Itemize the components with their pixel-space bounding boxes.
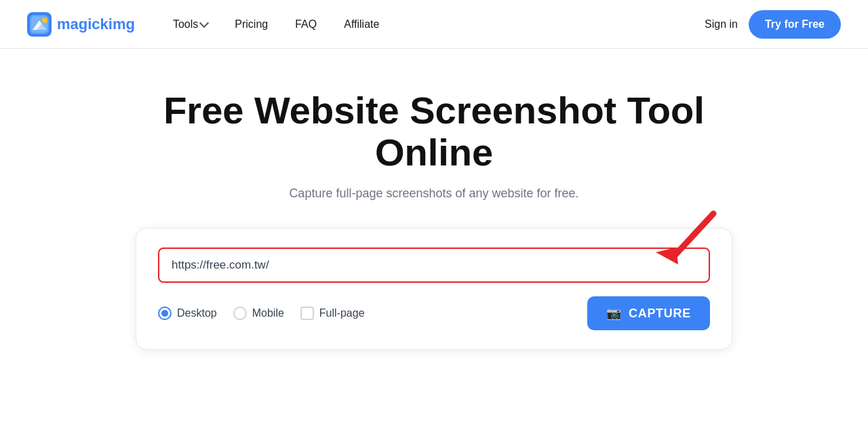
pricing-label: Pricing — [235, 18, 268, 31]
checkbox-fullpage[interactable]: Full-page — [300, 307, 365, 320]
radio-mobile[interactable]: Mobile — [233, 307, 284, 320]
options-capture-row: Desktop Mobile Full-page 📷 CAPTURE — [158, 296, 710, 330]
url-input[interactable] — [158, 248, 710, 283]
svg-point-5 — [42, 18, 47, 23]
radio-mobile-label: Mobile — [252, 307, 284, 319]
capture-label: CAPTURE — [629, 307, 691, 321]
logo[interactable]: magickimg — [27, 12, 135, 37]
sign-in-button[interactable]: Sign in — [705, 18, 738, 31]
radio-desktop-label: Desktop — [177, 307, 217, 319]
tool-card: Desktop Mobile Full-page 📷 CAPTURE — [136, 228, 732, 350]
url-row — [158, 248, 710, 283]
fullpage-checkbox — [300, 307, 314, 320]
main-content: Free Website Screenshot Tool Online Capt… — [0, 49, 868, 377]
main-nav: Tools Pricing FAQ Affiliate — [162, 13, 705, 36]
header-actions: Sign in Try for Free — [705, 10, 841, 39]
fullpage-label: Full-page — [319, 307, 365, 319]
logo-text: magickimg — [57, 16, 135, 33]
try-free-button[interactable]: Try for Free — [749, 10, 841, 39]
camera-icon: 📷 — [606, 306, 622, 321]
radio-mobile-circle — [233, 307, 247, 320]
nav-tools[interactable]: Tools — [162, 13, 218, 36]
capture-button[interactable]: 📷 CAPTURE — [587, 296, 710, 330]
nav-faq[interactable]: FAQ — [284, 13, 328, 36]
radio-desktop-circle — [158, 307, 172, 320]
radio-group: Desktop Mobile Full-page — [158, 307, 365, 320]
hero-title: Free Website Screenshot Tool Online — [129, 90, 739, 173]
affiliate-label: Affiliate — [344, 18, 379, 31]
radio-desktop[interactable]: Desktop — [158, 307, 217, 320]
nav-affiliate[interactable]: Affiliate — [333, 13, 390, 36]
tools-label: Tools — [173, 18, 198, 31]
site-header: magickimg Tools Pricing FAQ Affiliate Si… — [0, 0, 868, 49]
tools-chevron-icon — [199, 18, 209, 28]
nav-pricing[interactable]: Pricing — [224, 13, 279, 36]
hero-subtitle: Capture full-page screenshots of any web… — [289, 186, 578, 201]
faq-label: FAQ — [295, 18, 317, 31]
logo-icon — [27, 12, 52, 37]
